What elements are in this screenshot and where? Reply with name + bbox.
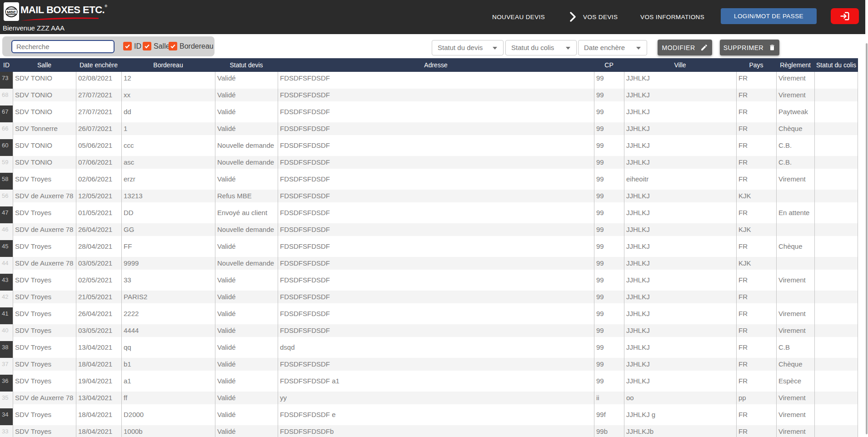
column-header-4[interactable]: Statut devis xyxy=(215,58,278,72)
table-cell: FR xyxy=(736,425,776,437)
nav-vos-devis[interactable]: VOS DEVIS xyxy=(583,14,618,20)
table-cell: FDSDFSFDSDF xyxy=(278,324,594,337)
checkmark-icon xyxy=(123,42,132,50)
column-divider xyxy=(278,72,278,437)
column-header-10[interactable]: Statut du colis xyxy=(814,58,858,72)
column-header-7[interactable]: Ville xyxy=(624,58,736,72)
table-cell: 27/07/2021 xyxy=(76,105,121,118)
table-cell: FDSDFSFDSDF xyxy=(278,156,594,169)
brand-wordmark: MAIL BOXES ETC.® xyxy=(20,4,107,16)
filter-statut-devis[interactable]: Statut du devis xyxy=(432,40,504,55)
table-cell: SDV Troyes xyxy=(13,206,76,219)
table-row[interactable]: 60SDV TONIO05/06/2021cccNouvelle demande… xyxy=(0,139,858,156)
table-row[interactable]: 56SDV de Auxerre 7812/05/202113213Refus … xyxy=(0,190,858,206)
checkbox-salle[interactable]: Salle xyxy=(143,42,170,50)
table-cell: 99 xyxy=(594,240,624,253)
table-cell: FDSDFSFDSDF e xyxy=(278,408,594,421)
table-cell: SDV Troyes xyxy=(13,324,76,337)
column-header-2[interactable]: Date enchère xyxy=(76,58,121,72)
table-cell: FDSDFSFDSDF xyxy=(278,122,594,135)
table-cell: 99 xyxy=(594,358,624,371)
column-header-1[interactable]: Salle xyxy=(13,58,76,72)
table-cell: 1 xyxy=(121,122,215,135)
table-cell xyxy=(814,274,858,286)
table-row[interactable]: 47SDV Troyes01/05/2021DDEnvoyé au client… xyxy=(0,206,858,223)
table-row[interactable]: 37SDV Troyes18/04/2021b1ValidéFDSDFSFDSD… xyxy=(0,358,858,375)
table-row[interactable]: 44SDV de Auxerre 7803/05/20219999Nouvell… xyxy=(0,257,858,274)
table-cell xyxy=(814,392,858,404)
column-header-0[interactable]: ID xyxy=(0,58,13,72)
logout-button[interactable] xyxy=(831,8,859,24)
delete-button[interactable]: SUPPRIMER xyxy=(720,40,779,55)
filter-date-enchere[interactable]: Date enchère xyxy=(578,40,647,55)
table-cell: ff xyxy=(121,392,215,404)
column-header-8[interactable]: Pays xyxy=(736,58,776,72)
checkbox-bordereau[interactable]: Bordereau xyxy=(169,42,214,50)
table-row[interactable]: 46SDV de Auxerre 7826/04/2021GGNouvelle … xyxy=(0,223,858,240)
column-header-5[interactable]: Adresse xyxy=(278,58,594,72)
table-cell: 46 xyxy=(0,223,13,240)
table-row[interactable]: 34SDV Troyes18/04/2021D2000ValidéFDSDFSF… xyxy=(0,408,858,425)
table-row[interactable]: 68SDV TONIO27/07/2021xxValidéFDSDFSFDSDF… xyxy=(0,89,858,105)
column-header-6[interactable]: CP xyxy=(594,58,624,72)
table-row[interactable]: 45SDV Troyes28/04/2021FFValidéFDSDFSFDSD… xyxy=(0,240,858,257)
table-row[interactable]: 33SDV Troyes18/04/20211000bValidéFDSDFSF… xyxy=(0,425,858,437)
trash-icon xyxy=(768,44,776,51)
table-cell: JJHLKJ xyxy=(624,122,736,135)
table-row[interactable]: 38SDV Troyes13/04/2021qqValidédsqd99JJHL… xyxy=(0,341,858,358)
table-cell xyxy=(814,425,858,437)
table-cell xyxy=(814,240,858,253)
table-cell: Validé xyxy=(215,122,278,135)
table-row[interactable]: 41SDV Troyes26/04/20212222ValidéFDSDFSFD… xyxy=(0,307,858,324)
table-cell xyxy=(814,375,858,387)
filter-statut-colis[interactable]: Statut du colis xyxy=(505,40,577,55)
column-divider xyxy=(736,72,737,437)
nav-vos-informations[interactable]: VOS INFORMATIONS xyxy=(640,14,704,20)
table-cell: JJHLKJ xyxy=(624,240,736,253)
table-row[interactable]: 59SDV TONIO07/06/2021ascNouvelle demande… xyxy=(0,156,858,173)
table-cell: 58 xyxy=(0,173,13,190)
table-cell: FR xyxy=(736,307,776,320)
table-cell: Refus MBE xyxy=(215,190,278,202)
table-cell: Envoyé au client xyxy=(215,206,278,219)
table-cell: Virement xyxy=(776,408,814,421)
table-row[interactable]: 42SDV Troyes21/05/2021PARIS2ValidéFDSDFS… xyxy=(0,291,858,307)
table-cell xyxy=(814,307,858,320)
table-cell: 45 xyxy=(0,240,13,257)
table-row[interactable]: 73SDV TONIO02/08/202112ValidéFDSDFSFDSDF… xyxy=(0,72,858,89)
table-cell: 02/05/2021 xyxy=(76,274,121,286)
table-row[interactable]: 66SDV Tonnerre26/07/20211ValidéFDSDFSFDS… xyxy=(0,122,858,139)
table-row[interactable]: 67SDV TONIO27/07/2021ddValidéFDSDFSFDSDF… xyxy=(0,105,858,122)
column-header-9[interactable]: Règlement xyxy=(776,58,814,72)
table-row[interactable]: 35SDV de Auxerre 7813/04/2021ffValidéyyi… xyxy=(0,392,858,408)
table-cell: erzr xyxy=(121,173,215,186)
search-input[interactable] xyxy=(11,40,115,53)
mbe-logo[interactable]: MBE xyxy=(4,2,19,21)
column-header-3[interactable]: Bordereau xyxy=(121,58,215,72)
table-cell: FR xyxy=(736,408,776,421)
table-cell: FDSDFSFDSDF xyxy=(278,89,594,101)
table-cell: JJHLKJ xyxy=(624,72,736,85)
table-cell: FDSDFSFDSDF xyxy=(278,173,594,186)
table-cell: En attente xyxy=(776,206,814,219)
table-cell: Nouvelle demande xyxy=(215,156,278,169)
table-cell xyxy=(814,408,858,421)
checkbox-id-label: ID xyxy=(134,42,141,50)
table-cell: 18/04/2021 xyxy=(76,408,121,421)
vertical-scrollbar-thumb[interactable] xyxy=(866,43,868,434)
table-cell: SDV de Auxerre 78 xyxy=(13,223,76,236)
table-row[interactable]: 36SDV Troyes19/04/2021a1ValidéFDSDFSFDSD… xyxy=(0,375,858,392)
table-cell: KJK xyxy=(736,190,776,202)
table-cell xyxy=(814,139,858,152)
table-row[interactable]: 58SDV Troyes02/06/2021erzrValidéFDSDFSFD… xyxy=(0,173,858,190)
login-button[interactable]: LOGIN/MOT DE PASSE xyxy=(721,8,817,24)
table-row[interactable]: 40SDV Troyes03/05/20214444ValidéFDSDFSFD… xyxy=(0,324,858,341)
table-row[interactable]: 43SDV Troyes02/05/202133ValidéFDSDFSFDSD… xyxy=(0,274,858,291)
checkbox-id[interactable]: ID xyxy=(123,42,141,50)
modify-button[interactable]: MODIFIER xyxy=(658,40,712,55)
table-cell: Virement xyxy=(776,324,814,337)
table-cell: 34 xyxy=(0,408,13,425)
table-cell: 1000b xyxy=(121,425,215,437)
table-cell: 21/05/2021 xyxy=(76,291,121,303)
nav-nouveau-devis[interactable]: NOUVEAU DEVIS xyxy=(492,14,545,20)
